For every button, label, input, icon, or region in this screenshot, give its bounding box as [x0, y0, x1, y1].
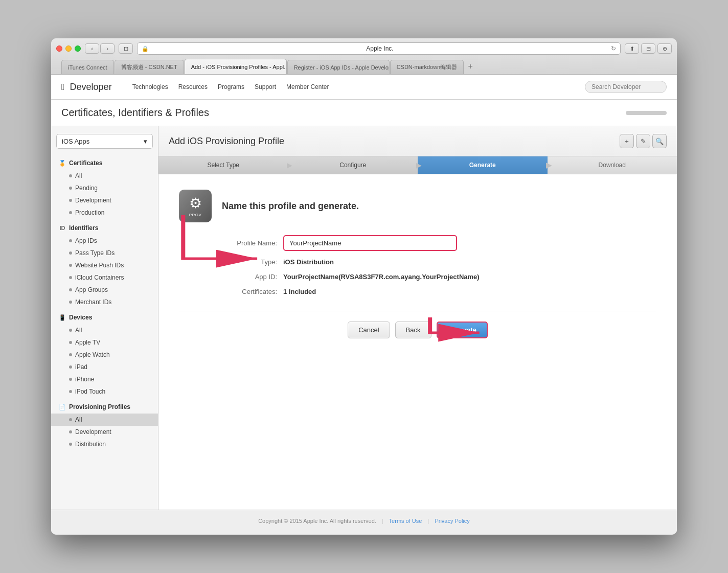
address-bar[interactable]: 🔒 Apple Inc. ↻: [137, 42, 621, 55]
type-value: iOS Distribution: [283, 258, 334, 266]
bullet-icon: [69, 443, 72, 446]
sidebar-item-prov-development[interactable]: Development: [51, 426, 158, 438]
sidebar-item-ipod-touch[interactable]: iPod Touch: [51, 385, 158, 398]
wizard-actions: + ✎ 🔍: [620, 134, 667, 148]
sidebar-item-certs-all[interactable]: All: [51, 170, 158, 182]
certificates-header: 🏅 Certificates: [51, 156, 158, 170]
sidebar-item-certs-development[interactable]: Development: [51, 194, 158, 207]
sidebar-item-prov-all[interactable]: All: [51, 414, 158, 426]
footer-separator: |: [382, 518, 383, 524]
page-header: Certificates, Identifiers & Profiles: [51, 100, 677, 126]
nav-link-technologies[interactable]: Technologies: [132, 83, 168, 90]
sidebar-item-certs-production[interactable]: Production: [51, 207, 158, 219]
back-button[interactable]: ‹: [85, 43, 99, 54]
platform-dropdown-label: iOS Apps: [62, 137, 89, 145]
search-input[interactable]: [585, 81, 667, 93]
sidebar-item-icloud-containers[interactable]: iCloud Containers: [51, 271, 158, 284]
bullet-icon: [69, 390, 72, 393]
tab-overview-icon[interactable]: ⊟: [641, 43, 655, 54]
nav-link-resources[interactable]: Resources: [178, 83, 208, 90]
wizard-step-configure[interactable]: Configure: [288, 156, 418, 174]
edit-icon[interactable]: ✎: [636, 134, 650, 148]
bullet-icon: [69, 353, 72, 356]
search-icon[interactable]: 🔍: [652, 134, 667, 148]
button-row: Cancel Back Generate: [179, 311, 656, 338]
browser-window: ‹ › ⊡ 🔒 Apple Inc. ↻ ⬆ ⊟ ⊕ iTunes Connec…: [51, 38, 677, 535]
bullet-icon: [69, 329, 72, 332]
sidebar-item-prov-distribution[interactable]: Distribution: [51, 438, 158, 450]
nav-link-support[interactable]: Support: [255, 83, 276, 90]
sidebar-item-iphone[interactable]: iPhone: [51, 373, 158, 385]
sidebar-section-certificates: 🏅 Certificates All Pending Development: [51, 156, 158, 219]
browser-actions: ⬆ ⊟ ⊕: [625, 43, 672, 54]
new-tab-icon[interactable]: ⊕: [657, 43, 672, 54]
tab-register[interactable]: Register - iOS App IDs - Apple Developer: [287, 60, 390, 74]
top-nav-links: Technologies Resources Programs Support …: [132, 83, 329, 90]
certificates-label: Certificates:: [222, 288, 283, 295]
sidebar-item-merchant-ids[interactable]: Merchant IDs: [51, 296, 158, 308]
sidebar: iOS Apps ▾ 🏅 Certificates All Pe: [51, 126, 158, 510]
nav-link-member-center[interactable]: Member Center: [286, 83, 329, 90]
type-label: Type:: [222, 258, 283, 266]
back-button[interactable]: Back: [395, 322, 431, 338]
wizard-steps: Select Type Configure Generate Download: [158, 156, 677, 174]
sidebar-item-website-push-ids[interactable]: Website Push IDs: [51, 259, 158, 271]
sidebar-item-ipad[interactable]: iPad: [51, 361, 158, 373]
sidebar-item-pass-type-ids[interactable]: Pass Type IDs: [51, 247, 158, 259]
page-title: Certificates, Identifiers & Profiles: [61, 107, 209, 119]
copyright-text: Copyright © 2015 Apple Inc. All rights r…: [258, 518, 376, 524]
chevron-down-icon: ▾: [144, 137, 147, 145]
add-tab-button[interactable]: +: [464, 60, 476, 73]
sidebar-item-certs-pending[interactable]: Pending: [51, 182, 158, 194]
wizard-step-download[interactable]: Download: [548, 156, 677, 174]
devices-label: Devices: [69, 314, 92, 321]
close-button[interactable]: [56, 45, 62, 52]
bullet-icon: [69, 378, 72, 381]
scroll-indicator: [626, 111, 667, 115]
certificates-label: Certificates: [69, 159, 102, 167]
platform-dropdown[interactable]: iOS Apps ▾: [56, 134, 153, 149]
generate-button[interactable]: Generate: [437, 322, 488, 338]
forward-button[interactable]: ›: [100, 43, 115, 54]
provisioning-header: 📄 Provisioning Profiles: [51, 400, 158, 414]
lock-icon: 🔒: [142, 45, 149, 52]
nav-link-programs[interactable]: Programs: [218, 83, 244, 90]
app-id-label: App ID:: [222, 273, 283, 281]
tab-itunes[interactable]: iTunes Connect: [61, 60, 114, 74]
main-layout: iOS Apps ▾ 🏅 Certificates All Pe: [51, 126, 677, 510]
minimize-button[interactable]: [65, 45, 72, 52]
form-header: ⚙ PROV Name this profile and generate.: [179, 190, 656, 222]
address-text: Apple Inc.: [151, 45, 609, 52]
type-row: Type: iOS Distribution: [179, 258, 656, 266]
terms-of-use-link[interactable]: Terms of Use: [389, 518, 422, 524]
sidebar-item-devices-all[interactable]: All: [51, 324, 158, 336]
bullet-icon: [69, 301, 72, 304]
profile-name-input[interactable]: [283, 235, 457, 251]
certificates-value: 1 Included: [283, 288, 316, 295]
sidebar-item-apple-tv[interactable]: Apple TV: [51, 336, 158, 349]
bullet-icon: [69, 211, 72, 214]
wizard-header: Add iOS Provisioning Profile + ✎ 🔍: [158, 126, 677, 156]
tab-csdn[interactable]: 博客频道 - CSDN.NET: [115, 60, 184, 74]
sidebar-section-devices: 📱 Devices All Apple TV Apple Watch: [51, 311, 158, 398]
bullet-icon: [69, 251, 72, 255]
cancel-button[interactable]: Cancel: [348, 322, 390, 338]
wizard-step-select-type[interactable]: Select Type: [158, 156, 288, 174]
refresh-icon[interactable]: ↻: [611, 45, 616, 52]
privacy-policy-link[interactable]: Privacy Policy: [435, 518, 469, 524]
sidebar-item-apple-watch[interactable]: Apple Watch: [51, 349, 158, 361]
maximize-button[interactable]: [75, 45, 81, 52]
tab-provisioning[interactable]: Add - iOS Provisioning Profiles - Appl..…: [185, 59, 287, 74]
wizard-step-generate[interactable]: Generate: [418, 156, 548, 174]
sidebar-item-app-groups[interactable]: App Groups: [51, 284, 158, 296]
share-icon[interactable]: ⬆: [625, 43, 639, 54]
reader-button[interactable]: ⊡: [119, 43, 133, 54]
bullet-icon: [69, 276, 72, 279]
form-heading: Name this profile and generate.: [222, 201, 359, 212]
sidebar-item-app-ids[interactable]: App IDs: [51, 235, 158, 247]
id-icon: ID: [59, 224, 66, 232]
add-icon[interactable]: +: [620, 134, 634, 148]
tab-markdown[interactable]: CSDN-markdown编辑器: [390, 60, 464, 74]
nav-buttons: ‹ ›: [85, 43, 115, 54]
bullet-icon: [69, 174, 72, 177]
